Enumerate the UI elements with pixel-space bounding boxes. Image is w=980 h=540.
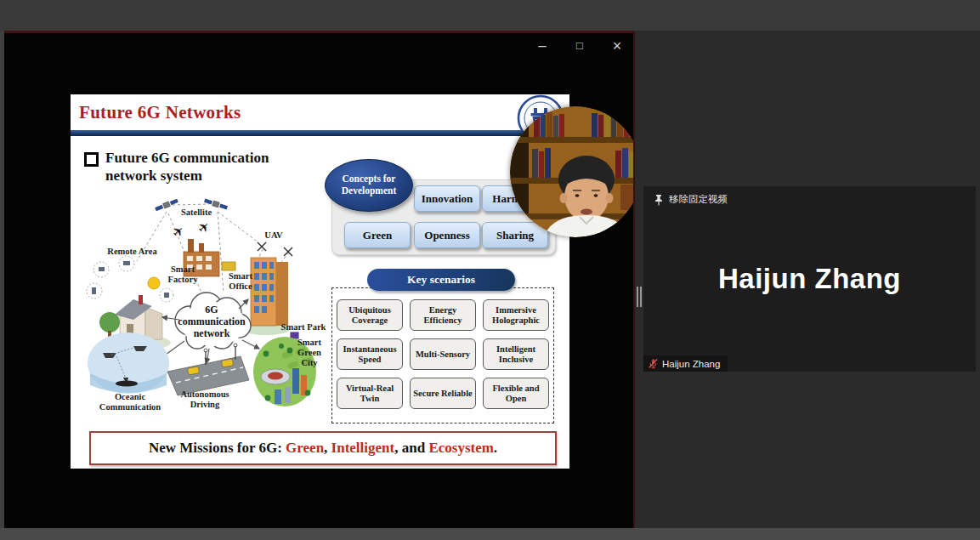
banner-intelligent: Intelligent	[331, 440, 395, 457]
network-diagram: ✈ ✈ Satellite UAV Remote Area Smart Fact…	[77, 179, 332, 428]
banner-text: ,	[324, 440, 331, 457]
name-tag-label: Haijun Zhang	[662, 359, 720, 369]
concepts-badge-label: Concepts for Development	[333, 173, 405, 197]
smart-office-label: Smart Office	[218, 271, 263, 292]
key-scenarios-grid: Ubiquitous Coverage Energy Efficiency Im…	[337, 299, 549, 409]
concepts-badge: Concepts for Development	[325, 159, 413, 212]
scenario-cell: Immersive Holographic	[483, 299, 549, 331]
scenario-cell: Energy Efficiency	[410, 299, 476, 331]
participant-name-tag: Haijun Zhang	[643, 355, 728, 372]
screen-share-window: – □ × Future 6G Networks Future 6G commu…	[4, 31, 635, 528]
concept-item-green: Green	[344, 222, 411, 248]
panel-splitter-handle[interactable]	[637, 287, 643, 307]
key-scenarios-badge: Key scenarios	[367, 269, 515, 291]
scenario-cell: Multi-Sensory	[410, 338, 476, 370]
scenario-cell: Instantaneous Speed	[337, 338, 403, 370]
minimize-button[interactable]: –	[533, 37, 552, 55]
banner-green: Green	[286, 440, 324, 457]
smart-park-label: Smart Park	[276, 322, 331, 333]
unpin-video-button[interactable]: 移除固定视频	[654, 193, 728, 206]
smart-green-city-label: Smart Green City	[290, 338, 329, 367]
close-button[interactable]: ×	[608, 37, 626, 55]
video-panel: Haijun Zhang 移除固定视频 Haijun Zhang	[635, 31, 980, 528]
desktop: – □ × Future 6G Networks Future 6G commu…	[0, 0, 980, 540]
banner-text: New Missions for 6G:	[149, 440, 286, 457]
smart-factory-label: Smart Factory	[158, 264, 207, 285]
muted-mic-icon	[648, 358, 659, 369]
scenario-cell: Intelligent Inclusive	[483, 338, 549, 370]
participant-video-tile[interactable]: Haijun Zhang 移除固定视频 Haijun Zhang	[643, 186, 976, 372]
webcam-overlay[interactable]	[510, 106, 635, 237]
slide-title: Future 6G Networks	[79, 102, 241, 123]
maximize-button[interactable]: □	[570, 37, 589, 55]
banner-ecosystem: Ecosystem	[428, 440, 493, 457]
oceanic-icon	[88, 333, 169, 394]
scenario-cell: Virtual-Real Twin	[337, 378, 403, 409]
autonomous-driving-label: Autonomous Driving	[166, 389, 244, 410]
uav-label: UAV	[256, 230, 292, 241]
scenario-cell: Flexible and Open	[483, 378, 549, 409]
square-bullet-icon	[84, 152, 99, 167]
cloud-label: 6G communication network	[174, 304, 249, 339]
banner-text: .	[494, 440, 497, 457]
concept-item-innovation: Innovation	[414, 185, 480, 212]
uav-icon	[258, 242, 292, 256]
mission-banner: New Missions for 6G: Green, Intelligent,…	[89, 431, 557, 465]
unpin-video-label: 移除固定视频	[669, 193, 728, 206]
satellite-label: Satellite	[169, 207, 224, 218]
banner-text: , and	[394, 440, 428, 457]
title-underline	[71, 130, 569, 136]
remote-area-label: Remote Area	[96, 247, 168, 257]
scenario-cell: Ubiquitous Coverage	[337, 299, 403, 331]
pin-icon	[654, 194, 664, 206]
concept-item-openness: Openness	[414, 222, 480, 248]
scenario-cell: Secure Reliable	[410, 378, 476, 409]
presentation-slide: Future 6G Networks Future 6G communicati…	[71, 94, 569, 469]
oceanic-communication-label: Oceanic Communication	[88, 392, 173, 412]
participant-name: Haijun Zhang	[643, 186, 976, 372]
webcam-video	[510, 106, 635, 237]
key-scenarios-badge-label: Key scenarios	[407, 273, 475, 287]
